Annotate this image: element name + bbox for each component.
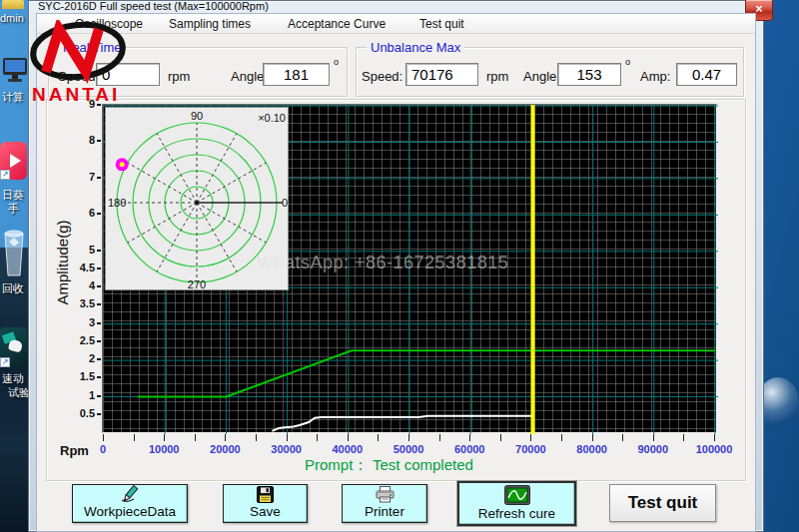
x-tick-label: 10000: [149, 443, 180, 455]
printer-button[interactable]: Printer: [342, 484, 427, 523]
floppy-icon: [257, 486, 274, 503]
button-label: Printer: [365, 504, 404, 519]
y-tick-label: 3.5: [55, 297, 95, 309]
y-tick-mark: [97, 376, 101, 378]
y-tick-label: 4.5: [55, 262, 95, 273]
x-tick-label: 60000: [454, 443, 485, 455]
x-tick-mark: [408, 434, 409, 441]
x-tick-mark: [439, 434, 440, 441]
x-tick-mark: [164, 434, 165, 441]
desktop-icon-balancing-app[interactable]: ↗: [0, 327, 27, 367]
x-tick-mark: [592, 434, 593, 441]
button-label: Refresh cure: [478, 506, 555, 521]
x-tick-mark: [378, 434, 379, 441]
menu-test-quit[interactable]: Test quit: [419, 17, 464, 31]
menu-oscilloscope[interactable]: Oscilloscope: [75, 17, 143, 31]
button-label: WorkpieceData: [84, 504, 176, 519]
polar-label-180: 180: [108, 197, 126, 209]
real-time-rpm-unit: rpm: [168, 69, 190, 84]
app-shortcut-icon: ↗: [0, 327, 27, 367]
unbalance-max-group-title: Unbalance Max: [367, 40, 464, 55]
y-tick-label: 1: [55, 389, 95, 401]
y-tick-label: 8: [55, 134, 95, 146]
y-tick-label: 6: [55, 207, 95, 219]
x-tick-label: 80000: [576, 443, 607, 455]
x-tick-label: 30000: [271, 443, 302, 455]
x-tick-label: 0: [100, 443, 106, 455]
polar-label-90: 90: [191, 110, 203, 122]
x-tick-label: 90000: [638, 443, 669, 455]
y-tick-mark: [97, 358, 101, 360]
unbalance-rpm-unit: rpm: [486, 69, 508, 84]
y-tick-mark: [97, 267, 101, 269]
desktop-icon-recycle-bin[interactable]: [2, 228, 26, 279]
x-tick-mark: [714, 434, 715, 441]
prompt-label: Prompt：: [305, 456, 368, 475]
y-tick-label: 5: [55, 244, 95, 256]
y-tick-mark: [97, 250, 101, 252]
x-tick-mark: [469, 434, 470, 441]
shortcut-arrow-icon: ↗: [0, 170, 10, 180]
y-tick-label: 0.5: [55, 407, 95, 419]
x-tick-mark: [317, 434, 318, 441]
x-tick-label: 20000: [210, 443, 241, 455]
y-tick-mark: [97, 303, 101, 305]
sunflower-icon: ↗: [0, 142, 27, 180]
test-quit-button[interactable]: Test quit: [609, 484, 716, 522]
waveform-icon: [504, 485, 530, 505]
x-tick-label: 70000: [515, 443, 546, 455]
unbalance-speed-label: Speed:: [362, 69, 402, 84]
x-tick-mark: [653, 434, 654, 441]
y-tick-mark: [97, 104, 101, 106]
menu-bar: [37, 14, 755, 34]
unbalance-amp-label: Amp:: [640, 69, 670, 84]
pen-icon: [120, 485, 140, 503]
workpiece-data-button[interactable]: WorkpieceData: [72, 484, 188, 523]
refresh-curve-button[interactable]: Refresh cure: [457, 481, 576, 526]
real-time-group-title: Real Time: [59, 40, 126, 55]
desktop-icon-sunflower-remote[interactable]: ↗: [0, 142, 27, 180]
desktop-icon-computer[interactable]: [2, 56, 28, 90]
x-tick-mark: [103, 434, 104, 441]
unbalance-angle-input[interactable]: [557, 63, 621, 86]
menu-sampling-times[interactable]: Sampling times: [169, 17, 251, 31]
menu-acceptance-curve[interactable]: Acceptance Curve: [288, 17, 386, 31]
unbalance-speed-input[interactable]: [405, 63, 478, 86]
polar-label-0: 0: [282, 197, 288, 209]
x-tick-mark: [256, 434, 257, 441]
desktop-icon-label: dmin: [0, 12, 24, 24]
button-label: Save: [250, 504, 281, 519]
x-tick-mark: [287, 434, 288, 441]
y-tick-label: 1.5: [55, 370, 95, 382]
x-tick-label: 50000: [394, 443, 424, 455]
y-tick-mark: [97, 177, 101, 179]
x-tick-label: 40000: [333, 443, 364, 455]
unbalance-amp-input[interactable]: [676, 63, 737, 86]
x-tick-mark: [500, 434, 501, 441]
polar-inset: 901800270×0.10: [105, 107, 289, 290]
desktop-icon-label: 计算: [2, 90, 24, 105]
computer-icon: [2, 56, 28, 88]
x-tick-mark: [134, 434, 135, 441]
x-tick-mark: [225, 434, 226, 441]
x-tick-mark: [348, 434, 349, 441]
real-time-angle-input[interactable]: [263, 63, 330, 86]
y-tick-mark: [97, 140, 101, 142]
polar-scale-label: ×0.10: [258, 112, 286, 124]
y-tick-mark: [97, 340, 101, 342]
desktop-icon-user-folder[interactable]: [2, 0, 24, 9]
x-tick-mark: [561, 434, 562, 441]
x-tick-label: 100000: [696, 443, 733, 455]
y-tick-mark: [97, 213, 101, 215]
y-tick-mark: [97, 413, 101, 415]
button-label: Test quit: [628, 493, 698, 513]
screen: dmin 计算 ↗ 日葵 手 回收 ↗ 速动 试验 SYC: [0, 0, 799, 532]
y-tick-label: 9: [55, 98, 95, 110]
y-tick-mark: [97, 322, 101, 324]
real-time-speed-input[interactable]: [96, 63, 160, 86]
recycle-bin-icon: [2, 228, 26, 277]
acceptance-curve: [138, 350, 715, 396]
desktop-icon-label: 手: [8, 202, 19, 217]
save-button[interactable]: Save: [223, 484, 308, 523]
y-tick-label: 4: [55, 279, 95, 291]
